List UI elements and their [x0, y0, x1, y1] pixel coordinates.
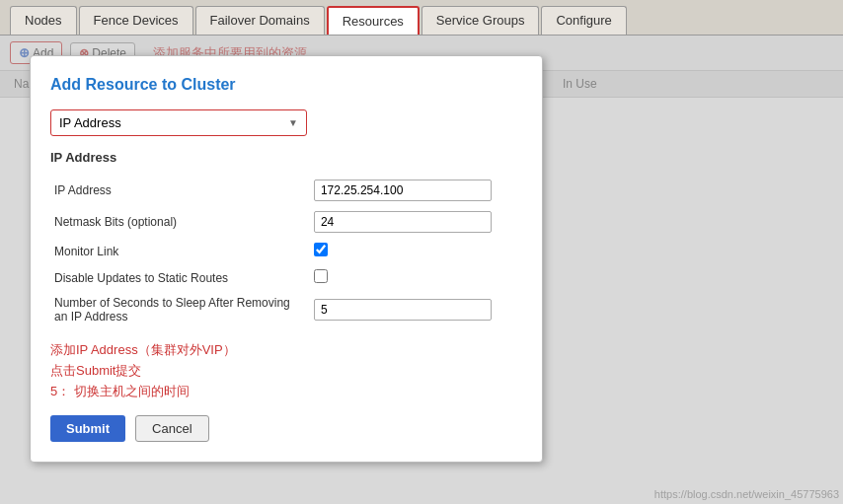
nav-tabs: Nodes Fence Devices Failover Domains Res…: [0, 0, 843, 36]
tab-nodes[interactable]: Nodes: [10, 6, 77, 35]
annotation-line3: 5： 切换主机之间的时间: [50, 382, 522, 402]
field-disable-updates: Disable Updates to Static Routes: [50, 264, 522, 291]
field-monitor-label: Monitor Link: [50, 238, 310, 264]
field-sleep-label: Number of Seconds to Sleep After Removin…: [50, 291, 310, 328]
field-ip-label: IP Address: [50, 175, 310, 206]
netmask-input[interactable]: [314, 211, 492, 233]
submit-button[interactable]: Submit: [50, 415, 125, 442]
dropdown-row: IP Address NFS Mount Samba Script FS ▼: [50, 109, 522, 136]
dialog-title: Add Resource to Cluster: [50, 76, 522, 94]
main-container: Nodes Fence Devices Failover Domains Res…: [0, 0, 843, 504]
monitor-link-checkbox[interactable]: [314, 243, 328, 256]
annotation-line1: 添加IP Address（集群对外VIP）: [50, 340, 522, 361]
watermark: https://blog.csdn.net/weixin_45775963: [654, 488, 839, 500]
tab-service-groups[interactable]: Service Groups: [422, 6, 540, 35]
annotation-line2: 点击Submit提交: [50, 361, 522, 382]
dropdown-wrapper[interactable]: IP Address NFS Mount Samba Script FS ▼: [50, 109, 307, 136]
content-area: ⊕ Add ⊗ Delete 添加服务中所要用到的资源 Name/IP Type…: [0, 36, 843, 504]
dialog-footer: Submit Cancel: [50, 415, 522, 442]
tab-fence-devices[interactable]: Fence Devices: [79, 6, 193, 35]
tab-failover-domains[interactable]: Failover Domains: [195, 6, 325, 35]
resource-type-select[interactable]: IP Address NFS Mount Samba Script FS: [51, 110, 306, 135]
annotation: 添加IP Address（集群对外VIP） 点击Submit提交 5： 切换主机…: [50, 340, 522, 401]
disable-updates-checkbox[interactable]: [314, 269, 328, 283]
dialog: Add Resource to Cluster IP Address NFS M…: [30, 55, 543, 463]
dialog-overlay: Add Resource to Cluster IP Address NFS M…: [0, 36, 843, 504]
sleep-seconds-input[interactable]: [314, 299, 492, 321]
form-table: IP Address Netmask Bits (optional) Monit…: [50, 175, 522, 328]
field-netmask-label: Netmask Bits (optional): [50, 206, 310, 238]
tab-configure[interactable]: Configure: [541, 6, 626, 35]
field-ip-address: IP Address: [50, 175, 522, 206]
field-disable-label: Disable Updates to Static Routes: [50, 264, 310, 291]
ip-address-input[interactable]: [314, 180, 492, 201]
field-sleep-seconds: Number of Seconds to Sleep After Removin…: [50, 291, 522, 328]
field-monitor-link: Monitor Link: [50, 238, 522, 264]
tab-resources[interactable]: Resources: [327, 6, 420, 35]
field-netmask: Netmask Bits (optional): [50, 206, 522, 238]
section-title: IP Address: [50, 150, 522, 165]
cancel-button[interactable]: Cancel: [135, 415, 208, 442]
